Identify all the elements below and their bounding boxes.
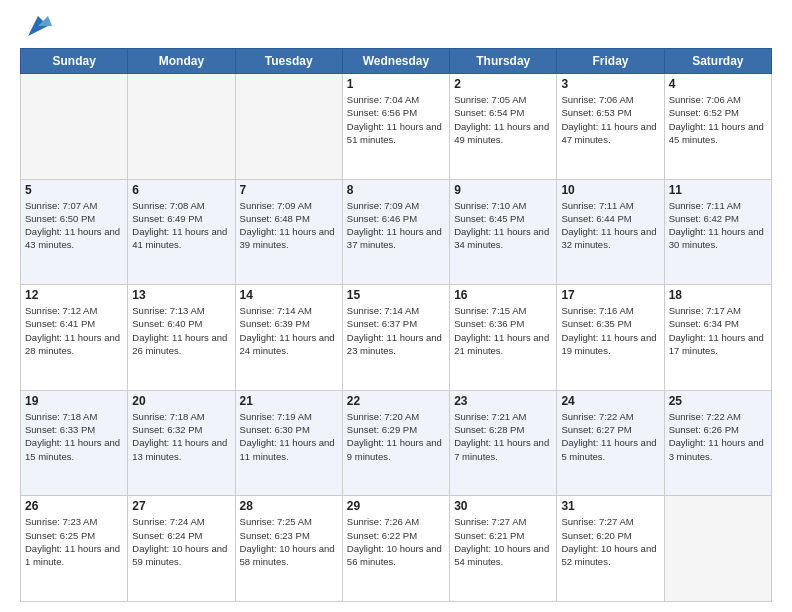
calendar-cell: 6Sunrise: 7:08 AM Sunset: 6:49 PM Daylig…	[128, 179, 235, 285]
calendar-cell: 31Sunrise: 7:27 AM Sunset: 6:20 PM Dayli…	[557, 496, 664, 602]
calendar-cell: 20Sunrise: 7:18 AM Sunset: 6:32 PM Dayli…	[128, 390, 235, 496]
day-number: 16	[454, 288, 552, 302]
day-info: Sunrise: 7:26 AM Sunset: 6:22 PM Dayligh…	[347, 515, 445, 568]
day-number: 28	[240, 499, 338, 513]
day-info: Sunrise: 7:06 AM Sunset: 6:53 PM Dayligh…	[561, 93, 659, 146]
calendar-cell: 12Sunrise: 7:12 AM Sunset: 6:41 PM Dayli…	[21, 285, 128, 391]
day-info: Sunrise: 7:19 AM Sunset: 6:30 PM Dayligh…	[240, 410, 338, 463]
day-number: 15	[347, 288, 445, 302]
day-info: Sunrise: 7:22 AM Sunset: 6:26 PM Dayligh…	[669, 410, 767, 463]
day-number: 12	[25, 288, 123, 302]
day-info: Sunrise: 7:20 AM Sunset: 6:29 PM Dayligh…	[347, 410, 445, 463]
calendar-table: SundayMondayTuesdayWednesdayThursdayFrid…	[20, 48, 772, 602]
calendar-header-row: SundayMondayTuesdayWednesdayThursdayFrid…	[21, 49, 772, 74]
day-number: 21	[240, 394, 338, 408]
calendar-cell: 21Sunrise: 7:19 AM Sunset: 6:30 PM Dayli…	[235, 390, 342, 496]
day-info: Sunrise: 7:21 AM Sunset: 6:28 PM Dayligh…	[454, 410, 552, 463]
calendar-week-row: 19Sunrise: 7:18 AM Sunset: 6:33 PM Dayli…	[21, 390, 772, 496]
calendar-cell: 13Sunrise: 7:13 AM Sunset: 6:40 PM Dayli…	[128, 285, 235, 391]
day-info: Sunrise: 7:12 AM Sunset: 6:41 PM Dayligh…	[25, 304, 123, 357]
day-info: Sunrise: 7:15 AM Sunset: 6:36 PM Dayligh…	[454, 304, 552, 357]
day-info: Sunrise: 7:17 AM Sunset: 6:34 PM Dayligh…	[669, 304, 767, 357]
day-number: 11	[669, 183, 767, 197]
day-info: Sunrise: 7:16 AM Sunset: 6:35 PM Dayligh…	[561, 304, 659, 357]
calendar-cell: 27Sunrise: 7:24 AM Sunset: 6:24 PM Dayli…	[128, 496, 235, 602]
calendar-cell: 26Sunrise: 7:23 AM Sunset: 6:25 PM Dayli…	[21, 496, 128, 602]
calendar-cell: 14Sunrise: 7:14 AM Sunset: 6:39 PM Dayli…	[235, 285, 342, 391]
day-number: 20	[132, 394, 230, 408]
calendar-week-row: 1Sunrise: 7:04 AM Sunset: 6:56 PM Daylig…	[21, 74, 772, 180]
calendar-cell: 22Sunrise: 7:20 AM Sunset: 6:29 PM Dayli…	[342, 390, 449, 496]
day-info: Sunrise: 7:10 AM Sunset: 6:45 PM Dayligh…	[454, 199, 552, 252]
day-number: 19	[25, 394, 123, 408]
day-number: 8	[347, 183, 445, 197]
day-number: 6	[132, 183, 230, 197]
calendar-cell: 8Sunrise: 7:09 AM Sunset: 6:46 PM Daylig…	[342, 179, 449, 285]
day-number: 10	[561, 183, 659, 197]
calendar-cell: 10Sunrise: 7:11 AM Sunset: 6:44 PM Dayli…	[557, 179, 664, 285]
calendar-cell: 30Sunrise: 7:27 AM Sunset: 6:21 PM Dayli…	[450, 496, 557, 602]
day-number: 1	[347, 77, 445, 91]
page: SundayMondayTuesdayWednesdayThursdayFrid…	[0, 0, 792, 612]
calendar-cell: 3Sunrise: 7:06 AM Sunset: 6:53 PM Daylig…	[557, 74, 664, 180]
day-number: 18	[669, 288, 767, 302]
day-number: 3	[561, 77, 659, 91]
day-number: 23	[454, 394, 552, 408]
calendar-cell: 16Sunrise: 7:15 AM Sunset: 6:36 PM Dayli…	[450, 285, 557, 391]
day-header-sunday: Sunday	[21, 49, 128, 74]
day-info: Sunrise: 7:06 AM Sunset: 6:52 PM Dayligh…	[669, 93, 767, 146]
day-info: Sunrise: 7:27 AM Sunset: 6:21 PM Dayligh…	[454, 515, 552, 568]
day-number: 26	[25, 499, 123, 513]
calendar-cell: 23Sunrise: 7:21 AM Sunset: 6:28 PM Dayli…	[450, 390, 557, 496]
day-number: 25	[669, 394, 767, 408]
calendar-cell: 4Sunrise: 7:06 AM Sunset: 6:52 PM Daylig…	[664, 74, 771, 180]
day-info: Sunrise: 7:09 AM Sunset: 6:48 PM Dayligh…	[240, 199, 338, 252]
calendar-cell: 7Sunrise: 7:09 AM Sunset: 6:48 PM Daylig…	[235, 179, 342, 285]
day-info: Sunrise: 7:08 AM Sunset: 6:49 PM Dayligh…	[132, 199, 230, 252]
calendar-cell: 2Sunrise: 7:05 AM Sunset: 6:54 PM Daylig…	[450, 74, 557, 180]
day-number: 27	[132, 499, 230, 513]
day-number: 29	[347, 499, 445, 513]
logo	[20, 16, 52, 40]
calendar-week-row: 26Sunrise: 7:23 AM Sunset: 6:25 PM Dayli…	[21, 496, 772, 602]
header	[20, 16, 772, 40]
day-header-tuesday: Tuesday	[235, 49, 342, 74]
day-header-wednesday: Wednesday	[342, 49, 449, 74]
day-number: 13	[132, 288, 230, 302]
logo-icon	[24, 12, 52, 40]
day-header-saturday: Saturday	[664, 49, 771, 74]
day-info: Sunrise: 7:04 AM Sunset: 6:56 PM Dayligh…	[347, 93, 445, 146]
day-header-friday: Friday	[557, 49, 664, 74]
day-number: 22	[347, 394, 445, 408]
calendar-cell: 15Sunrise: 7:14 AM Sunset: 6:37 PM Dayli…	[342, 285, 449, 391]
day-info: Sunrise: 7:11 AM Sunset: 6:44 PM Dayligh…	[561, 199, 659, 252]
day-info: Sunrise: 7:11 AM Sunset: 6:42 PM Dayligh…	[669, 199, 767, 252]
day-info: Sunrise: 7:25 AM Sunset: 6:23 PM Dayligh…	[240, 515, 338, 568]
day-number: 14	[240, 288, 338, 302]
day-info: Sunrise: 7:23 AM Sunset: 6:25 PM Dayligh…	[25, 515, 123, 568]
calendar-cell: 18Sunrise: 7:17 AM Sunset: 6:34 PM Dayli…	[664, 285, 771, 391]
day-info: Sunrise: 7:09 AM Sunset: 6:46 PM Dayligh…	[347, 199, 445, 252]
calendar-cell	[21, 74, 128, 180]
calendar-cell: 24Sunrise: 7:22 AM Sunset: 6:27 PM Dayli…	[557, 390, 664, 496]
calendar-week-row: 5Sunrise: 7:07 AM Sunset: 6:50 PM Daylig…	[21, 179, 772, 285]
calendar-cell: 11Sunrise: 7:11 AM Sunset: 6:42 PM Dayli…	[664, 179, 771, 285]
day-number: 30	[454, 499, 552, 513]
day-info: Sunrise: 7:05 AM Sunset: 6:54 PM Dayligh…	[454, 93, 552, 146]
calendar-cell: 28Sunrise: 7:25 AM Sunset: 6:23 PM Dayli…	[235, 496, 342, 602]
calendar-cell: 1Sunrise: 7:04 AM Sunset: 6:56 PM Daylig…	[342, 74, 449, 180]
calendar-cell: 9Sunrise: 7:10 AM Sunset: 6:45 PM Daylig…	[450, 179, 557, 285]
day-header-monday: Monday	[128, 49, 235, 74]
day-number: 4	[669, 77, 767, 91]
day-number: 31	[561, 499, 659, 513]
calendar-cell	[664, 496, 771, 602]
day-number: 5	[25, 183, 123, 197]
calendar-cell	[235, 74, 342, 180]
calendar-cell: 17Sunrise: 7:16 AM Sunset: 6:35 PM Dayli…	[557, 285, 664, 391]
day-number: 17	[561, 288, 659, 302]
day-number: 2	[454, 77, 552, 91]
day-number: 24	[561, 394, 659, 408]
day-info: Sunrise: 7:24 AM Sunset: 6:24 PM Dayligh…	[132, 515, 230, 568]
calendar-cell: 5Sunrise: 7:07 AM Sunset: 6:50 PM Daylig…	[21, 179, 128, 285]
day-number: 9	[454, 183, 552, 197]
